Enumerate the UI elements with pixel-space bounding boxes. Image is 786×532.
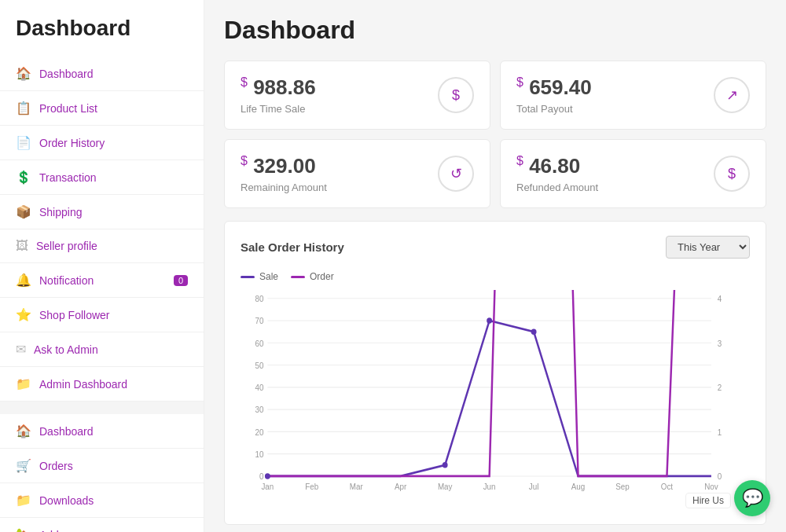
refunded-icon: $: [714, 156, 750, 192]
sidebar-item-seller-profile[interactable]: 🖼 Seller profile: [0, 229, 204, 263]
svg-text:10: 10: [255, 450, 264, 459]
sidebar-item-label: Shipping: [39, 206, 83, 218]
lifetime-sale-label: Life Time Sale: [241, 103, 316, 115]
page-title: Dashboard: [224, 16, 766, 45]
svg-text:70: 70: [255, 317, 264, 325]
legend-order-dot: [291, 276, 305, 278]
chart-header: Sale Order History This YearLast YearThi…: [241, 236, 750, 259]
stats-grid: $ 988.86 Life Time Sale $ $ 659.40 Total…: [224, 61, 766, 208]
stat-card-total-payout: $ 659.40 Total Payout ↗: [500, 61, 766, 130]
chart-title: Sale Order History: [241, 240, 344, 254]
sidebar-icon: 📁: [16, 376, 31, 391]
svg-text:0: 0: [718, 472, 722, 481]
svg-text:Nov: Nov: [704, 482, 718, 491]
total-payout-label: Total Payout: [516, 103, 592, 115]
legend-sale: Sale: [241, 271, 278, 282]
svg-point-36: [487, 317, 492, 324]
sidebar-icon: 🏠: [16, 424, 31, 438]
lifetime-sale-icon: $: [438, 77, 474, 113]
stat-card-refunded: $ 46.80 Refunded Amount $: [500, 139, 766, 208]
sidebar-icon: 🏠: [16, 66, 31, 81]
lifetime-sale-value: $ 988.86: [241, 75, 316, 100]
sidebar-item-ask-to-admin[interactable]: ✉ Ask to Admin: [0, 332, 204, 367]
chart-filter-select[interactable]: This YearLast YearThis Month: [666, 236, 750, 259]
sidebar-item-shipping[interactable]: 📦 Shipping: [0, 195, 204, 229]
svg-text:Jan: Jan: [261, 482, 274, 491]
sidebar-item-notification[interactable]: 🔔 Notification 0: [0, 263, 204, 298]
svg-text:May: May: [438, 482, 453, 491]
svg-text:Apr: Apr: [395, 482, 407, 491]
sidebar-item-label: Product List: [39, 102, 97, 115]
remaining-icon: ↺: [438, 156, 474, 192]
sidebar-item-product-list[interactable]: 📋 Product List: [0, 91, 204, 126]
svg-text:Jun: Jun: [483, 482, 496, 491]
sidebar-item-label: Ask to Admin: [34, 343, 98, 356]
svg-text:4: 4: [718, 295, 722, 303]
refunded-label: Refunded Amount: [516, 182, 598, 193]
svg-point-35: [443, 462, 448, 468]
sidebar-icon: ⭐: [16, 307, 31, 322]
sidebar-icon: 💲: [16, 170, 31, 185]
sidebar-item-transaction[interactable]: 💲 Transaction: [0, 160, 204, 195]
sidebar-item-label: Orders: [39, 460, 73, 472]
svg-point-34: [265, 473, 270, 479]
sidebar-title: Dashboard: [0, 16, 204, 57]
sidebar-item-admin-dashboard[interactable]: 📁 Admin Dashboard: [0, 367, 204, 402]
sidebar-icon: 📁: [16, 493, 31, 508]
svg-text:2: 2: [718, 383, 722, 392]
sidebar-item-label: Dashboard: [39, 68, 94, 80]
svg-text:30: 30: [255, 405, 264, 414]
remaining-label: Remaining Amount: [241, 182, 327, 193]
sidebar-icon: 📦: [16, 204, 31, 219]
sidebar-icon: 📄: [16, 135, 31, 150]
sidebar-bottom-item-addresses[interactable]: 🏡 Addresses: [0, 518, 204, 532]
sidebar-item-label: Dashboard: [39, 425, 94, 438]
sidebar-badge: 0: [174, 275, 188, 286]
chart-section: Sale Order History This YearLast YearThi…: [224, 221, 766, 525]
chart-wrapper: 0102030405060708001234JanFebMarAprMayJun…: [241, 290, 750, 510]
sidebar-icon: ✉: [16, 342, 26, 357]
svg-text:0: 0: [259, 472, 264, 481]
remaining-value: $ 329.00: [241, 154, 327, 178]
chat-button[interactable]: 💬: [734, 480, 770, 516]
svg-text:Jul: Jul: [529, 482, 539, 491]
sidebar-item-label: Downloads: [39, 494, 94, 507]
chart-svg: 0102030405060708001234JanFebMarAprMayJun…: [241, 290, 750, 510]
sidebar-item-label: Transaction: [39, 171, 97, 184]
svg-text:Sep: Sep: [615, 482, 630, 491]
legend-sale-dot: [241, 276, 255, 278]
svg-text:3: 3: [718, 339, 722, 347]
sidebar-bottom-item-orders[interactable]: 🛒 Orders: [0, 449, 204, 483]
svg-text:Feb: Feb: [305, 482, 318, 491]
svg-text:Mar: Mar: [350, 482, 363, 491]
svg-point-37: [531, 328, 537, 335]
total-payout-value: $ 659.40: [516, 75, 592, 100]
legend-order: Order: [291, 271, 334, 282]
stat-card-remaining: $ 329.00 Remaining Amount ↺: [224, 139, 490, 208]
sidebar-icon: 🏡: [16, 527, 31, 532]
svg-text:60: 60: [255, 339, 264, 347]
main-content: Dashboard $ 988.86 Life Time Sale $ $ 65…: [204, 0, 786, 532]
sidebar-bottom-item-downloads[interactable]: 📁 Downloads: [0, 483, 204, 518]
sidebar: Dashboard 🏠 Dashboard 📋 Product List 📄 O…: [0, 0, 204, 532]
chart-legend: Sale Order: [241, 271, 750, 282]
sidebar-bottom-item-dashboard[interactable]: 🏠 Dashboard: [0, 414, 204, 449]
sidebar-item-dashboard[interactable]: 🏠 Dashboard: [0, 57, 204, 91]
sidebar-item-shop-follower[interactable]: ⭐ Shop Follower: [0, 298, 204, 332]
sidebar-item-label: Seller profile: [36, 240, 97, 252]
svg-text:20: 20: [255, 427, 264, 436]
sidebar-divider: [0, 402, 204, 414]
sidebar-icon: 🔔: [16, 273, 31, 288]
svg-text:Aug: Aug: [571, 482, 586, 491]
sidebar-item-label: Notification: [39, 274, 94, 287]
svg-text:50: 50: [255, 361, 264, 369]
svg-text:40: 40: [255, 383, 264, 392]
stat-card-lifetime-sale: $ 988.86 Life Time Sale $: [224, 61, 490, 130]
sidebar-item-label: Addresses: [39, 529, 91, 533]
sidebar-icon: 🖼: [16, 239, 28, 253]
sidebar-icon: 📋: [16, 101, 31, 116]
sidebar-item-label: Order History: [39, 137, 105, 149]
sidebar-item-label: Admin Dashboard: [39, 378, 127, 391]
sidebar-item-order-history[interactable]: 📄 Order History: [0, 126, 204, 160]
total-payout-icon: ↗: [714, 77, 750, 113]
